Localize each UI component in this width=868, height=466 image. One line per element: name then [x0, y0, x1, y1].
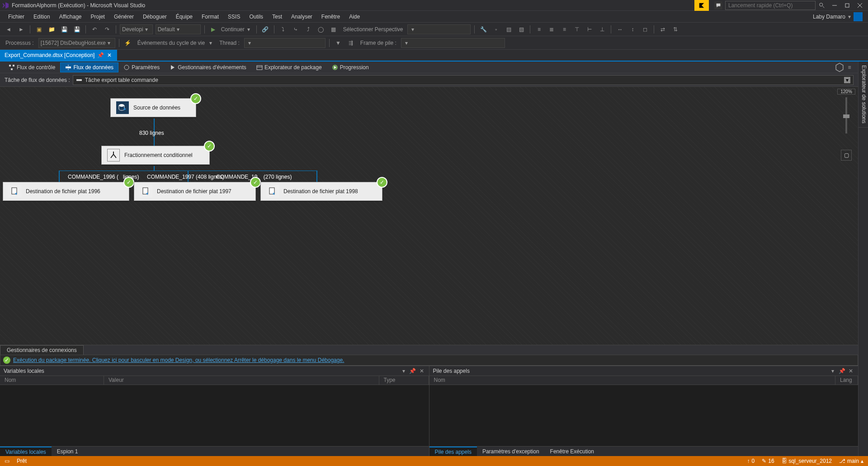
solution-platform-combo[interactable]: Default▾	[156, 24, 201, 34]
step-out-button[interactable]: ⤴	[303, 24, 313, 34]
menu-projet[interactable]: Projet	[86, 11, 109, 23]
close-tab-icon[interactable]: ✕	[106, 52, 113, 58]
same-size-icon[interactable]: ◻	[640, 24, 650, 34]
callstack-body[interactable]	[429, 385, 859, 446]
continue-label[interactable]: Continuer	[221, 26, 245, 33]
align-bottom-icon[interactable]: ⊥	[597, 24, 607, 34]
tab-output-window[interactable]: Fenêtre Exécution	[545, 447, 599, 456]
col-value[interactable]: Valeur	[104, 376, 379, 385]
same-height-icon[interactable]: ↕	[627, 24, 637, 34]
pin-icon[interactable]: 📌	[409, 367, 416, 375]
solution-config-combo[interactable]: Developi▾	[120, 24, 153, 34]
signed-in-user[interactable]: Laby Damaro ▾	[811, 12, 864, 21]
connection-managers-tab[interactable]: Gestionnaires de connexions	[0, 345, 84, 355]
stackframe-icon[interactable]: ⇶	[346, 38, 356, 48]
open-file-button[interactable]: 📁	[47, 24, 57, 34]
breakpoint-button[interactable]: ◯	[316, 24, 326, 34]
col-name[interactable]: Nom	[0, 376, 104, 385]
node-dest-1998[interactable]: Destination de fichier plat 1998 ✓	[260, 182, 382, 201]
step-over-button[interactable]: ⤵	[278, 24, 288, 34]
vspace-icon[interactable]: ⇅	[670, 24, 680, 34]
close-button[interactable]	[854, 0, 866, 11]
menu-deboguer[interactable]: Déboguer	[138, 11, 171, 23]
status-branch[interactable]: ⎇ main ▴	[839, 458, 863, 464]
zoom-fit-button[interactable]: ▢	[841, 150, 852, 161]
align-center-icon[interactable]: ≣	[547, 24, 557, 34]
tab-locals[interactable]: Variables locales	[0, 447, 52, 456]
tab-control-flow[interactable]: Flux de contrôle	[4, 62, 60, 72]
status-pending-changes[interactable]: ✎ 16	[762, 458, 774, 464]
col-type[interactable]: Type	[379, 376, 429, 385]
zoom-slider[interactable]	[845, 97, 847, 133]
var-window-icon[interactable]: ▫	[491, 24, 501, 34]
hspace-icon[interactable]: ⇄	[658, 24, 668, 34]
status-publish-up[interactable]: ↑ 0	[747, 458, 755, 464]
notification-flag-icon[interactable]	[694, 0, 709, 11]
feedback-icon[interactable]	[714, 1, 722, 10]
menu-format[interactable]: Format	[197, 11, 223, 23]
tab-package-explorer[interactable]: Explorateur de package	[251, 62, 327, 72]
minimize-button[interactable]	[828, 0, 841, 11]
dataflow-design-surface[interactable]: Source de données ✓ 830 lignes Fractionn…	[0, 87, 858, 345]
package-icon[interactable]	[835, 62, 844, 72]
status-server[interactable]: 🗄 sql_serveur_2012	[782, 458, 832, 464]
thread-combo[interactable]: ▾	[244, 38, 326, 48]
locals-body[interactable]	[0, 385, 429, 446]
menu-ssis[interactable]: SSIS	[223, 11, 245, 23]
quick-launch-input[interactable]	[725, 1, 816, 10]
same-width-icon[interactable]: ↔	[615, 24, 625, 34]
menu-outils[interactable]: Outils	[245, 11, 268, 23]
browser-link-button[interactable]: 🔗	[260, 24, 270, 34]
tab-parameters[interactable]: Paramètres	[118, 62, 165, 72]
tab-progress[interactable]: Progression	[327, 62, 374, 72]
align-top-icon[interactable]: ⊤	[572, 24, 582, 34]
node-dest-1997[interactable]: Destination de fichier plat 1997 ✓	[134, 182, 256, 201]
menu-edition[interactable]: Edition	[29, 11, 55, 23]
align-right-icon[interactable]: ≡	[559, 24, 569, 34]
process-combo[interactable]: [15672] DtsDebugHost.exe▾	[38, 38, 115, 48]
menu-fichier[interactable]: Fichier	[4, 11, 29, 23]
node-source[interactable]: Source de données ✓	[110, 98, 196, 117]
close-icon[interactable]: ✕	[418, 367, 425, 375]
perspective-combo[interactable]: ▾	[407, 24, 471, 34]
filter-icon[interactable]: ▼	[333, 38, 343, 48]
nav-fwd-button[interactable]: ►	[16, 24, 26, 34]
tab-data-flow[interactable]: Flux de données	[60, 62, 118, 72]
save-button[interactable]: 💾	[59, 24, 69, 34]
tab-event-handlers[interactable]: Gestionnaires d'événements	[165, 62, 251, 72]
tab-exception-settings[interactable]: Paramètres d'exception	[477, 447, 545, 456]
pin-icon[interactable]: 📌	[838, 367, 845, 375]
nav-back-button[interactable]: ◄	[4, 24, 14, 34]
new-project-button[interactable]: ▣	[34, 24, 44, 34]
menu-test[interactable]: Test	[268, 11, 287, 23]
pin-icon[interactable]: 📌	[97, 52, 104, 58]
lifecycle-events-icon[interactable]: ⚡	[123, 38, 133, 48]
close-icon[interactable]: ✕	[847, 367, 854, 375]
log-events-icon[interactable]: ▤	[504, 24, 514, 34]
collapse-icon[interactable]: ≡	[844, 62, 854, 72]
menu-fenetre[interactable]: Fenêtre	[317, 11, 344, 23]
search-icon[interactable]	[816, 0, 828, 11]
lifecycle-dropdown[interactable]: ▾	[209, 40, 215, 46]
redo-button[interactable]: ↷	[102, 24, 112, 34]
menu-affichage[interactable]: Affichage	[55, 11, 86, 23]
window-menu-icon[interactable]: ▾	[400, 367, 407, 375]
align-left-icon[interactable]: ≡	[534, 24, 544, 34]
doc-tab-export-commande[interactable]: Export_Commande.dtsx [Conception] 📌 ✕	[0, 50, 117, 61]
window-menu-icon[interactable]: ▾	[829, 367, 836, 375]
continue-dropdown[interactable]: ▾	[247, 26, 253, 33]
zoom-value[interactable]: 120%	[837, 89, 855, 95]
menu-aide[interactable]: Aide	[344, 11, 364, 23]
stop-button[interactable]: ▦	[329, 24, 339, 34]
execution-finished-link[interactable]: Exécution du package terminée. Cliquez i…	[13, 357, 344, 363]
undo-button[interactable]: ↶	[90, 24, 99, 34]
restore-button[interactable]	[841, 0, 854, 11]
menu-analyser[interactable]: Analyser	[287, 11, 317, 23]
node-conditional-split[interactable]: Fractionnement conditionnel ✓	[101, 146, 210, 165]
col-name[interactable]: Nom	[429, 376, 836, 385]
getting-started-icon[interactable]: ▧	[516, 24, 526, 34]
col-lang[interactable]: Lang	[835, 376, 858, 385]
solution-explorer-tab[interactable]: Explorateur de solutions	[859, 62, 868, 128]
continue-button[interactable]: ▶	[208, 24, 218, 34]
save-all-button[interactable]: 💾	[72, 24, 82, 34]
